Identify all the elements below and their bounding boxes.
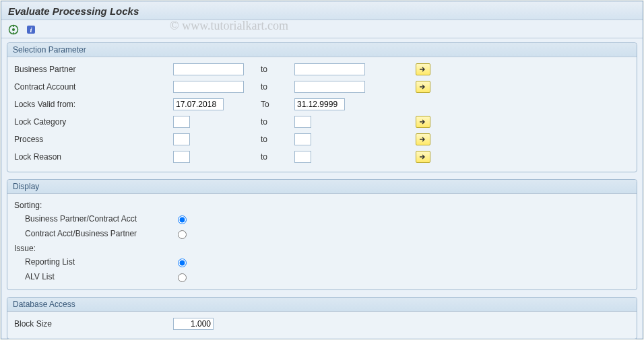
input-block-size[interactable] — [173, 318, 214, 330]
multiple-selection-button-lrsn[interactable] — [416, 151, 430, 163]
row-contract-account: Contract Account to — [11, 79, 633, 95]
to-label-bp: to — [254, 65, 294, 74]
label-locks-valid-from: Locks Valid from: — [11, 100, 173, 109]
execute-icon[interactable] — [7, 23, 20, 36]
arrow-right-icon — [419, 83, 427, 90]
label-lock-category: Lock Category — [11, 117, 173, 127]
label-process: Process — [11, 135, 173, 144]
watermark-text: © www.tutorialkart.com — [170, 19, 288, 33]
page-title: Evaluate Processing Locks — [1, 1, 643, 20]
arrow-right-icon — [419, 118, 427, 125]
content-area: Selection Parameter Business Partner to … — [1, 38, 643, 340]
input-locks-valid-from[interactable] — [173, 98, 224, 110]
app-window: Evaluate Processing Locks i © www.tutori… — [1, 1, 643, 339]
input-process-to[interactable] — [294, 133, 311, 145]
multiple-selection-button-proc[interactable] — [416, 133, 430, 145]
group-display: Display Sorting: Business Partner/Contra… — [7, 179, 637, 290]
to-label-lcat: to — [254, 117, 294, 127]
group-header-selection: Selection Parameter — [7, 43, 637, 57]
label-business-partner: Business Partner — [11, 65, 173, 74]
label-issue-reporting: Reporting List — [11, 257, 173, 267]
input-lock-reason-from[interactable] — [173, 151, 190, 163]
input-process-from[interactable] — [173, 133, 190, 145]
label-block-size: Block Size — [11, 319, 173, 329]
radio-issue-reporting[interactable] — [173, 259, 191, 267]
group-database-access: Database Access Block Size — [7, 297, 637, 339]
label-sort-bp-ca: Business Partner/Contract Acct — [11, 214, 173, 224]
label-issue: Issue: — [11, 244, 633, 253]
multiple-selection-button-ca[interactable] — [416, 81, 430, 93]
input-lock-reason-to[interactable] — [294, 151, 311, 163]
input-business-partner-from[interactable] — [173, 63, 244, 75]
label-issue-alv: ALV List — [11, 272, 173, 281]
label-sorting: Sorting: — [11, 201, 633, 210]
row-lock-category: Lock Category to — [11, 114, 633, 130]
to-label-proc: to — [254, 135, 294, 144]
svg-point-1 — [12, 28, 15, 31]
input-business-partner-to[interactable] — [294, 63, 365, 75]
arrow-right-icon — [419, 66, 427, 73]
multiple-selection-button-bp[interactable] — [416, 63, 430, 75]
multiple-selection-button-lcat[interactable] — [416, 116, 430, 128]
input-lock-category-to[interactable] — [294, 116, 311, 128]
arrow-right-icon — [419, 136, 427, 143]
to-label-lvf: To — [254, 100, 294, 109]
radio-sort-ca-bp[interactable] — [173, 230, 191, 239]
radio-issue-alv[interactable] — [173, 273, 191, 282]
toolbar: i © www.tutorialkart.com — [1, 20, 643, 38]
group-selection-parameter: Selection Parameter Business Partner to … — [7, 42, 637, 172]
label-lock-reason: Lock Reason — [11, 152, 173, 162]
input-contract-account-from[interactable] — [173, 81, 244, 93]
input-contract-account-to[interactable] — [294, 81, 365, 93]
label-contract-account: Contract Account — [11, 82, 173, 92]
row-process: Process to — [11, 131, 633, 147]
row-locks-valid-from: Locks Valid from: To — [11, 96, 633, 112]
arrow-right-icon — [419, 154, 427, 160]
to-label-ca: to — [254, 82, 294, 92]
row-lock-reason: Lock Reason to — [11, 149, 633, 165]
radio-sort-bp-ca[interactable] — [173, 215, 191, 224]
label-sort-ca-bp: Contract Acct/Business Partner — [11, 229, 173, 238]
row-business-partner: Business Partner to — [11, 61, 633, 77]
input-lock-category-from[interactable] — [173, 116, 190, 128]
info-icon[interactable]: i — [24, 23, 38, 36]
group-header-display: Display — [7, 180, 637, 194]
to-label-lrsn: to — [254, 152, 294, 162]
group-header-db: Database Access — [7, 298, 637, 312]
input-locks-valid-to[interactable] — [294, 98, 345, 110]
